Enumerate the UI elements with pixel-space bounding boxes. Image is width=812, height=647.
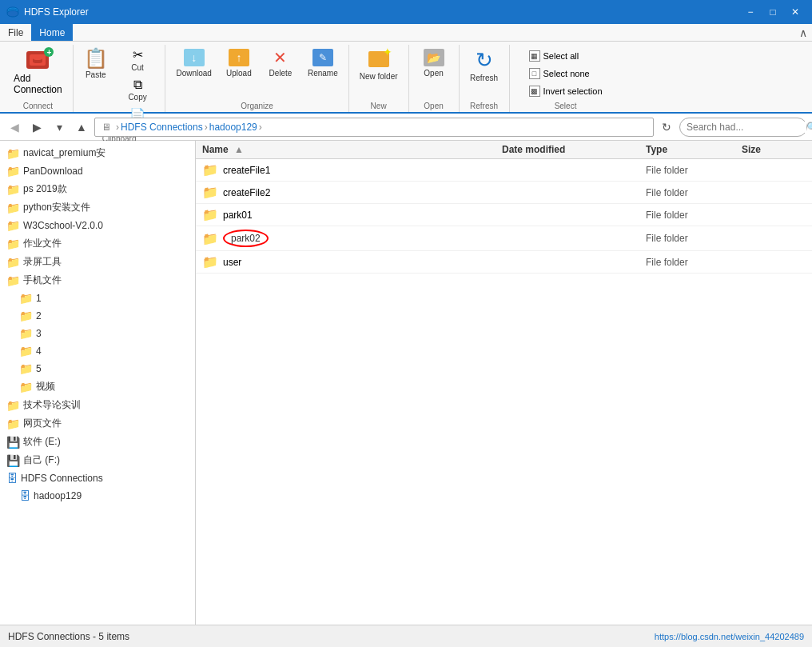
title-bar: HDFS Explorer − □ ✕: [0, 0, 812, 24]
folder-icon: 📁: [202, 185, 218, 200]
refresh-icon: ↻: [472, 49, 497, 71]
sidebar-item-tech[interactable]: 📁 技术导论实训: [0, 396, 195, 414]
download-button[interactable]: ↓ Download: [170, 45, 217, 82]
invert-selection-button[interactable]: ▩ Invert selection: [525, 83, 607, 99]
header-date[interactable]: Date modified: [502, 144, 646, 155]
main-content: 📁 navicat_premium安 📁 PanDownload 📁 ps 20…: [0, 141, 812, 625]
header-size[interactable]: Size: [742, 144, 806, 155]
add-connection-icon: +: [25, 49, 50, 71]
header-type[interactable]: Type: [646, 144, 742, 155]
sidebar-item-w3c[interactable]: 📁 W3Cschool-V2.0.0: [0, 217, 195, 234]
drive-icon: 💾: [6, 454, 20, 467]
menu-file[interactable]: File: [0, 24, 31, 41]
copy-icon: ⧉: [133, 78, 142, 92]
header-name[interactable]: Name ▲: [202, 144, 502, 155]
ribbon-collapse-button[interactable]: ∧: [794, 24, 812, 41]
ribbon-open-content: 📂 Open: [414, 45, 454, 102]
folder-icon: 📁: [202, 207, 218, 222]
select-group-label: Select: [555, 102, 577, 112]
sidebar-item-navicat[interactable]: 📁 navicat_premium安: [0, 144, 195, 162]
menu-home[interactable]: Home: [31, 24, 73, 41]
open-button[interactable]: 📂 Open: [414, 45, 454, 82]
upload-button[interactable]: ↑ Upload: [219, 45, 259, 82]
search-box: 🔍: [679, 118, 807, 137]
ribbon-group-new: ✦ New folder New: [349, 45, 409, 112]
hdfs-icon: 🗄: [6, 472, 18, 485]
table-row[interactable]: 📁 park02 File folder: [196, 226, 812, 251]
sidebar-item-drive-f[interactable]: 💾 自己 (F:): [0, 451, 195, 469]
sidebar-item-4[interactable]: 📁 4: [0, 342, 195, 360]
file-name-user: 📁 user: [202, 254, 502, 270]
folder-icon: 📁: [19, 362, 33, 375]
sidebar-item-video[interactable]: 📁 视频: [0, 377, 195, 396]
open-group-label: Open: [424, 102, 443, 112]
table-row[interactable]: 📁 user File folder: [196, 251, 812, 274]
sidebar-item-3[interactable]: 📁 3: [0, 325, 195, 342]
file-type-park01: File folder: [646, 210, 742, 221]
table-row[interactable]: 📁 createFile2 File folder: [196, 182, 812, 204]
sidebar-item-2[interactable]: 📁 2: [0, 307, 195, 325]
select-none-icon: □: [529, 68, 540, 79]
sidebar-item-hdfs-connections[interactable]: 🗄 HDFS Connections: [0, 469, 195, 487]
forward-button[interactable]: ▶: [27, 118, 46, 137]
file-list-header: Name ▲ Date modified Type Size: [196, 141, 812, 159]
sidebar-item-5[interactable]: 📁 5: [0, 360, 195, 377]
invert-selection-icon: ▩: [529, 86, 540, 97]
sort-arrow: ▲: [234, 144, 244, 155]
ribbon-group-organize: ↓ Download ↑ Upload ✕ De: [165, 45, 348, 112]
ribbon-new-content: ✦ New folder: [354, 45, 404, 102]
address-bar: 🖥 › HDFS Connections › hadoop129 ›: [94, 118, 654, 137]
add-connection-button[interactable]: + Add Connection: [8, 45, 68, 99]
status-url: https://blog.csdn.net/weixin_44202489: [655, 632, 804, 641]
refresh-button[interactable]: ↻ Refresh: [464, 45, 504, 87]
rename-button[interactable]: ✎ Rename: [302, 45, 344, 82]
back-button[interactable]: ◀: [5, 118, 24, 137]
folder-icon: 📁: [202, 162, 218, 178]
sidebar-item-phone[interactable]: 📁 手机文件: [0, 271, 195, 290]
maximize-button[interactable]: □: [762, 4, 783, 20]
paste-button[interactable]: 📋 Paste: [78, 45, 113, 84]
organize-group-label: Organize: [241, 102, 273, 112]
ribbon-group-select: ▦ Select all □ Select none ▩ Invert sele…: [510, 45, 622, 112]
sidebar-item-1[interactable]: 📁 1: [0, 290, 195, 307]
folder-icon: 📁: [19, 292, 33, 305]
sidebar-item-recorder[interactable]: 📁 录屏工具: [0, 253, 195, 271]
new-group-label: New: [371, 102, 387, 112]
address-hdfs-connections[interactable]: HDFS Connections: [121, 122, 203, 133]
sidebar: 📁 navicat_premium安 📁 PanDownload 📁 ps 20…: [0, 141, 196, 625]
search-input[interactable]: [687, 122, 806, 133]
table-row[interactable]: 📁 createFile1 File folder: [196, 159, 812, 182]
minimize-button[interactable]: −: [740, 4, 761, 20]
sidebar-item-drive-e[interactable]: 💾 软件 (E:): [0, 433, 195, 451]
sidebar-item-homework[interactable]: 📁 作业文件: [0, 234, 195, 253]
file-pane: Name ▲ Date modified Type Size 📁 createF…: [196, 141, 812, 625]
folder-icon: 📁: [19, 345, 33, 357]
folder-icon: 📁: [6, 256, 20, 269]
folder-icon: 📁: [202, 231, 218, 246]
dropdown-button[interactable]: ▾: [50, 118, 69, 137]
folder-icon: 📁: [6, 202, 20, 214]
sidebar-item-hadoop129[interactable]: 🗄 hadoop129: [0, 487, 195, 505]
status-bar: HDFS Connections - 5 items https://blog.…: [0, 625, 812, 647]
folder-icon: 📁: [19, 327, 33, 340]
table-row[interactable]: 📁 park01 File folder: [196, 204, 812, 226]
sidebar-item-web[interactable]: 📁 网页文件: [0, 414, 195, 433]
sidebar-item-python[interactable]: 📁 python安装文件: [0, 198, 195, 217]
address-hadoop129[interactable]: hadoop129: [209, 122, 257, 133]
cut-icon: ✂: [133, 47, 143, 62]
file-name-createFile1: 📁 createFile1: [202, 162, 502, 178]
plus-badge: +: [44, 47, 54, 57]
sidebar-item-pandownload[interactable]: 📁 PanDownload: [0, 162, 195, 180]
select-all-button[interactable]: ▦ Select all: [525, 48, 583, 64]
sidebar-item-ps2019[interactable]: 📁 ps 2019款: [0, 180, 195, 198]
delete-button[interactable]: ✕ Delete: [261, 45, 301, 82]
svg-point-4: [33, 57, 42, 60]
select-none-button[interactable]: □ Select none: [525, 66, 594, 82]
copy-button[interactable]: ⧉ Copy: [115, 75, 161, 104]
ribbon-group-clipboard: 📋 Paste ✂ Cut ⧉ Copy 📄 Copy Path Clipbo: [74, 45, 166, 112]
close-button[interactable]: ✕: [785, 4, 806, 20]
address-refresh-button[interactable]: ↻: [657, 118, 676, 137]
cut-button[interactable]: ✂ Cut: [115, 45, 161, 74]
new-folder-button[interactable]: ✦ New folder: [354, 45, 404, 86]
up-button[interactable]: ▲: [72, 118, 91, 137]
